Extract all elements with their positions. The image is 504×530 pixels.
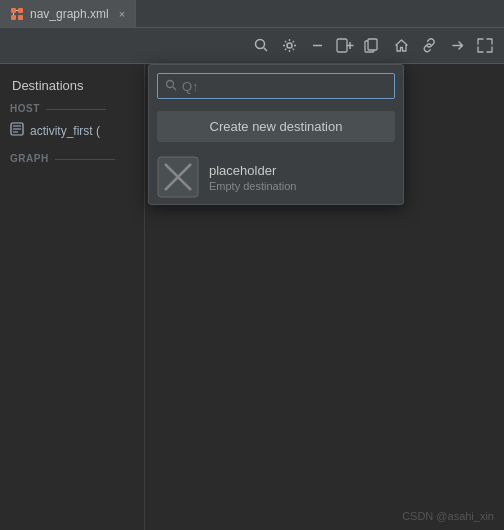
navigate-icon[interactable]	[446, 35, 468, 57]
search-wrapper	[157, 73, 395, 99]
destination-name: placeholder	[209, 163, 296, 178]
sidebar-item-label: activity_first (	[30, 124, 100, 138]
svg-rect-1	[18, 8, 23, 13]
duplicate-icon[interactable]	[362, 35, 384, 57]
graph-section-label: GRAPH	[0, 149, 144, 168]
add-destination-icon[interactable]	[334, 35, 356, 57]
activity-icon	[10, 122, 24, 139]
sidebar-item-activity[interactable]: activity_first (	[0, 118, 144, 143]
sidebar: Destinations HOST activity_first ( GRAPH	[0, 64, 145, 530]
create-destination-button[interactable]: Create new destination	[157, 111, 395, 142]
svg-line-17	[173, 87, 176, 90]
link-icon[interactable]	[418, 35, 440, 57]
svg-point-16	[167, 80, 174, 87]
expand-icon[interactable]	[474, 35, 496, 57]
svg-line-7	[263, 48, 267, 52]
host-section-label: HOST	[0, 99, 144, 118]
panel-title: Destinations	[0, 70, 144, 99]
search-input-icon	[165, 79, 177, 94]
destination-text: placeholder Empty destination	[209, 163, 296, 192]
svg-rect-0	[11, 8, 16, 13]
list-item[interactable]: placeholder Empty destination	[149, 150, 403, 204]
home-icon[interactable]	[390, 35, 412, 57]
svg-rect-3	[18, 15, 23, 20]
search-section	[149, 65, 403, 107]
toolbar	[0, 28, 504, 64]
minus-icon[interactable]	[306, 35, 328, 57]
svg-rect-10	[337, 39, 347, 52]
nav-graph-icon	[10, 7, 24, 21]
tab-bar: nav_graph.xml ×	[0, 0, 504, 28]
watermark: CSDN @asahi_xin	[402, 510, 494, 522]
destination-dropdown: Create new destination placeholder Empty…	[148, 64, 404, 205]
svg-rect-2	[11, 15, 16, 20]
gear-icon[interactable]	[278, 35, 300, 57]
destination-icon-placeholder	[157, 156, 199, 198]
nav-graph-tab[interactable]: nav_graph.xml ×	[0, 0, 136, 27]
svg-rect-14	[368, 39, 377, 50]
search-input[interactable]	[157, 73, 395, 99]
destination-description: Empty destination	[209, 180, 296, 192]
svg-point-8	[287, 43, 292, 48]
search-icon[interactable]	[250, 35, 272, 57]
tab-close-button[interactable]: ×	[119, 8, 125, 20]
tab-label: nav_graph.xml	[30, 7, 109, 21]
svg-point-6	[255, 40, 264, 49]
